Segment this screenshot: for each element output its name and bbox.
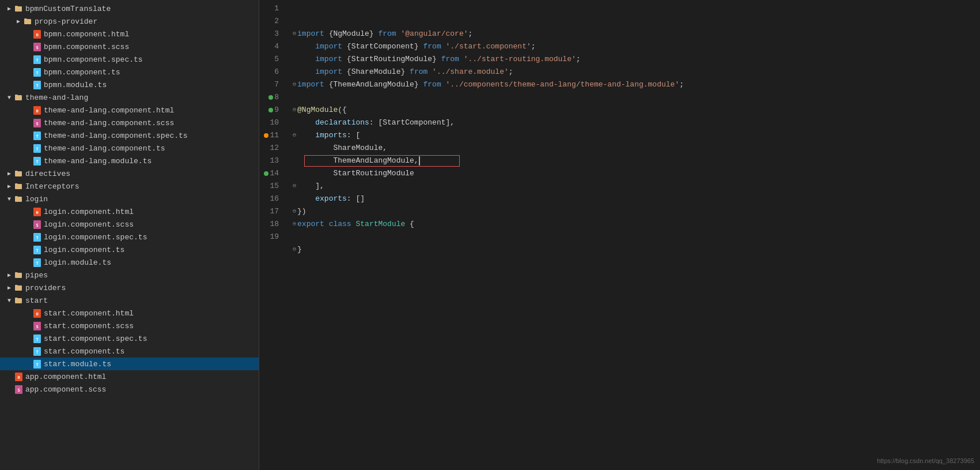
sidebar-item-bpmn-component-html[interactable]: Hbpmn.component.html [0,28,259,40]
sidebar-item-app-component-scss[interactable]: Sapp.component.scss [0,383,259,396]
svg-text:T: T [36,337,38,342]
token-plain: ; [468,28,473,40]
file-label: theme-and-lang.module.ts [44,157,152,166]
file-icon: T [32,347,41,356]
sidebar-item-theme-component-html[interactable]: Htheme-and-lang.component.html [0,104,259,116]
folder-arrow-icon: ▼ [5,93,14,102]
code-line-15: ⊖}) [293,205,968,218]
file-label: login.component.scss [44,220,134,229]
folder-label: Interceptors [25,182,80,191]
line-number-18: 18 [259,218,279,231]
token-plain: ; [531,40,536,53]
line-number-5: 5 [259,53,279,66]
sidebar-item-login-component-ts[interactable]: Tlogin.component.ts [0,243,259,256]
sidebar-item-props-provider-folder[interactable]: ▶props-provider [0,15,259,28]
sidebar-item-interceptors-folder[interactable]: ▶Interceptors [0,180,259,193]
token-kw-import: import [315,53,342,66]
sidebar-item-start-component-html[interactable]: Hstart.component.html [0,307,259,319]
sidebar-item-pipes-folder[interactable]: ▶pipes [0,269,259,281]
sidebar-item-providers-folder[interactable]: ▶providers [0,281,259,294]
fold-icon[interactable]: ⊖ [293,205,296,218]
token-plain: {ShareModule} [342,66,410,78]
line-number-14: 14 [259,167,279,180]
text-cursor [419,156,420,166]
sidebar-item-theme-module-ts[interactable]: Ttheme-and-lang.module.ts [0,155,259,167]
folder-arrow-icon: ▼ [5,194,14,204]
sidebar-item-app-component-html[interactable]: Happ.component.html [0,370,259,383]
line-numbers: 12345678910111213141516171819 [259,2,288,468]
sidebar-item-login-component-scss[interactable]: Slogin.component.scss [0,218,259,231]
sidebar-item-login-folder[interactable]: ▼login [0,193,259,205]
token-plain [351,218,356,231]
token-kw-class: class [329,218,351,231]
code-line-11: ThemeAndLangModule, [293,155,968,167]
sidebar-item-login-component-html[interactable]: Hlogin.component.html [0,205,259,218]
sidebar-item-bpmncustomtranslate-folder[interactable]: ▶bpmnCustomTranslate [0,2,259,15]
fold-icon[interactable]: ⊖ [293,243,296,256]
sidebar-item-start-folder[interactable]: ▼start [0,294,259,307]
token-plain: : [] [347,193,365,205]
file-icon: H [32,309,41,318]
folder-icon [14,169,23,178]
token-plain [427,66,432,78]
folder-arrow-icon: ▶ [5,270,14,280]
sidebar-item-start-component-spec-ts[interactable]: Tstart.component.spec.ts [0,332,259,345]
code-editor: 12345678910111213141516171819 ⊖import {N… [259,0,980,470]
folder-label: directives [25,170,70,178]
sidebar-item-directives-folder[interactable]: ▶directives [0,167,259,180]
svg-text:H: H [36,210,38,215]
file-icon: H [32,29,41,39]
fold-icon[interactable]: ⊖ [293,104,296,116]
file-label: theme-and-lang.component.spec.ts [44,131,188,140]
line-number-3: 3 [259,28,279,40]
fold-icon[interactable]: ⊖ [293,218,296,231]
svg-text:S: S [36,223,38,228]
sidebar-item-bpmn-component-ts[interactable]: Tbpmn.component.ts [0,66,259,78]
file-label: theme-and-lang.component.html [44,106,174,115]
line-number-13: 13 [259,155,279,167]
sidebar-item-theme-and-lang-folder[interactable]: ▼theme-and-lang [0,91,259,104]
token-str: '../share.module' [432,66,509,78]
svg-text:T: T [36,363,38,367]
sidebar-item-start-component-scss[interactable]: Sstart.component.scss [0,319,259,332]
file-label: bpmn.module.ts [44,81,107,89]
file-label: bpmn.component.spec.ts [44,55,143,64]
sidebar-item-theme-component-ts[interactable]: Ttheme-and-lang.component.ts [0,142,259,155]
folder-arrow-icon: ▼ [5,296,14,305]
fold-icon[interactable]: ⊖ [293,180,296,193]
code-line-14: exports: [] [293,193,968,205]
svg-text:T: T [36,350,38,355]
line-number-12: 12 [259,142,279,155]
sidebar-item-start-module-ts[interactable]: Tstart.module.ts [0,358,259,370]
sidebar-item-bpmn-component-spec-ts[interactable]: Tbpmn.component.spec.ts [0,53,259,66]
sidebar-item-start-component-ts[interactable]: Tstart.component.ts [0,345,259,358]
fold-icon[interactable]: ⊖ [293,28,296,40]
token-kw-from: from [410,66,427,78]
file-icon: S [32,118,41,127]
code-line-18: ⊖} [293,243,968,256]
file-icon: T [32,156,41,166]
watermark: https://blog.csdn.net/qq_38273965 [877,457,974,464]
code-line-19 [293,256,968,269]
file-label: login.component.spec.ts [44,233,147,242]
sidebar-item-bpmn-module-ts[interactable]: Tbpmn.module.ts [0,78,259,91]
sidebar-item-login-module-ts[interactable]: Tlogin.module.ts [0,256,259,269]
sidebar-item-theme-component-scss[interactable]: Stheme-and-lang.component.scss [0,116,259,129]
svg-text:T: T [36,261,38,266]
folder-icon [23,17,32,26]
sidebar-item-bpmn-component-scss[interactable]: Sbpmn.component.scss [0,40,259,53]
folder-arrow-icon: ▶ [14,17,23,26]
folder-icon [14,93,23,102]
folder-icon [14,194,23,204]
sidebar-item-theme-component-spec-ts[interactable]: Ttheme-and-lang.component.spec.ts [0,129,259,142]
folder-icon [14,296,23,305]
sidebar-item-login-component-spec-ts[interactable]: Tlogin.component.spec.ts [0,231,259,243]
file-label: start.module.ts [44,360,111,369]
file-explorer[interactable]: ▶bpmnCustomTranslate▶props-providerHbpmn… [0,0,259,470]
svg-text:H: H [36,312,38,317]
fold-icon[interactable]: ⊖ [293,129,296,142]
folder-label: props-provider [35,17,97,26]
fold-icon[interactable]: ⊖ [293,78,296,91]
token-plain [297,53,315,66]
code-content: ⊖import {NgModule} from '@angular/core';… [288,2,980,468]
